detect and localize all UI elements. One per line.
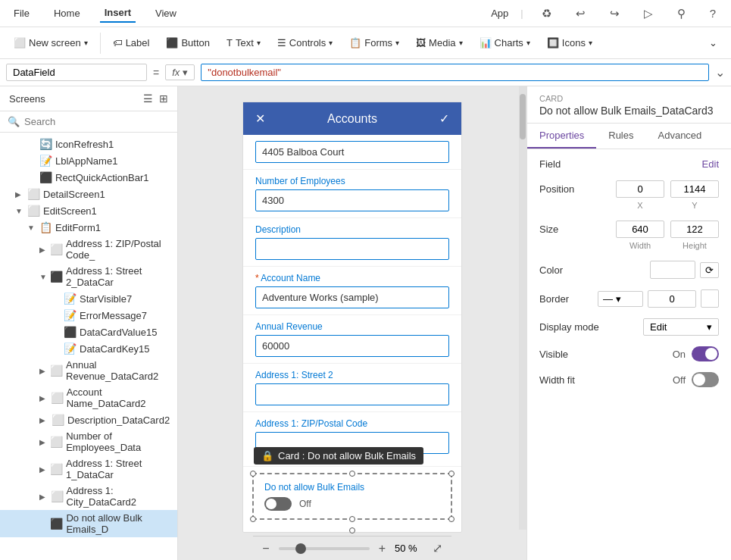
button-label: Button bbox=[181, 37, 210, 48]
border-label: Border bbox=[539, 293, 569, 305]
button-button[interactable]: ⬛ Button bbox=[158, 34, 217, 52]
refresh-icon[interactable]: ♻ bbox=[536, 4, 558, 23]
tree-item-starvisible7[interactable]: 📝 StarVisible7 bbox=[0, 290, 177, 307]
search-input[interactable] bbox=[24, 116, 170, 127]
forms-button[interactable]: 📋 Forms ▾ bbox=[342, 34, 407, 52]
position-labels: X Y bbox=[539, 201, 719, 210]
tab-properties[interactable]: Properties bbox=[527, 124, 596, 149]
sel-dot-tm bbox=[349, 471, 355, 477]
tree-item-iconrefresh1[interactable]: 🔄 IconRefresh1 bbox=[0, 136, 177, 152]
numemployees-input[interactable] bbox=[255, 189, 449, 211]
tree-item-addresszip[interactable]: ▶ ⬜ Address 1: ZIP/Postal Code_ bbox=[0, 236, 177, 263]
form-close-button[interactable]: ✕ bbox=[255, 111, 265, 126]
controls-button[interactable]: ☰ Controls ▾ bbox=[270, 34, 340, 52]
zoom-out-button[interactable]: − bbox=[262, 542, 269, 555]
border-row: Border — ▾ bbox=[539, 289, 719, 308]
description-input[interactable] bbox=[255, 238, 449, 260]
list-view-icon[interactable]: ☰ bbox=[143, 92, 153, 105]
accountname-label: Account Name_DataCard2 bbox=[67, 386, 171, 409]
tree-item-annualrevenue[interactable]: ▶ ⬜ Annual Revenue_DataCard2 bbox=[0, 357, 177, 384]
border-style-dropdown[interactable]: — ▾ bbox=[598, 291, 643, 307]
icons-icon: 🔲 bbox=[547, 37, 559, 48]
tree-item-accountname[interactable]: ▶ ⬜ Account Name_DataCard2 bbox=[0, 384, 177, 411]
expand-button[interactable]: ⤢ bbox=[433, 541, 442, 555]
fx-button[interactable]: fx ▾ bbox=[165, 64, 195, 80]
position-y-input[interactable] bbox=[670, 180, 719, 198]
tab-rules[interactable]: Rules bbox=[596, 124, 645, 149]
help-icon[interactable]: ? bbox=[704, 4, 722, 23]
user-icon[interactable]: ⚲ bbox=[671, 4, 692, 23]
main-area: Screens ☰ ⊞ 🔍 🔄 IconRefresh1 📝 LblAppNam… bbox=[0, 86, 731, 560]
tab-advanced[interactable]: Advanced bbox=[646, 124, 714, 149]
tree-item-errormessage7[interactable]: 📝 ErrorMessage7 bbox=[0, 307, 177, 324]
media-button[interactable]: 🖼 Media ▾ bbox=[408, 34, 470, 52]
charts-button[interactable]: 📊 Charts ▾ bbox=[472, 34, 538, 52]
text-button[interactable]: T Text ▾ bbox=[219, 34, 268, 52]
grid-view-icon[interactable]: ⊞ bbox=[159, 92, 168, 105]
tree-item-address1street1[interactable]: ▶ ⬜ Address 1: Street 1_DataCar bbox=[0, 455, 177, 483]
new-screen-label: New screen bbox=[29, 37, 81, 48]
scroll-bar[interactable] bbox=[519, 86, 526, 530]
errormessage7-label: ErrorMessage7 bbox=[80, 310, 147, 321]
tree-item-address1city[interactable]: ▶ ⬜ Address 1: City_DataCard2 bbox=[0, 483, 177, 510]
label-button[interactable]: 🏷 Label bbox=[105, 34, 158, 52]
toggle-knob bbox=[266, 499, 276, 509]
tree-item-donotallowbulk[interactable]: ⬛ Do not allow Bulk Emails_D bbox=[0, 510, 177, 537]
field-name-input[interactable] bbox=[6, 64, 147, 81]
tree-item-lblappname1[interactable]: 📝 LblAppName1 bbox=[0, 152, 177, 169]
widthfit-toggle[interactable] bbox=[692, 372, 719, 387]
position-x-input[interactable] bbox=[616, 180, 664, 198]
border-width-input[interactable] bbox=[648, 290, 696, 308]
canvas-scroll: ✕ Accounts ✓ Number of Employees Descrip… bbox=[178, 86, 526, 536]
scroll-thumb[interactable] bbox=[520, 94, 526, 139]
size-height-input[interactable] bbox=[670, 221, 719, 238]
new-screen-button[interactable]: ⬜ New screen ▾ bbox=[6, 34, 95, 52]
undo-icon[interactable]: ↩ bbox=[570, 4, 592, 23]
size-width-input[interactable] bbox=[616, 221, 664, 238]
tree-item-datacardkey15[interactable]: 📝 DataCardKey15 bbox=[0, 340, 177, 357]
rectquick-icon: ⬛ bbox=[39, 171, 52, 183]
address-input[interactable] bbox=[255, 141, 449, 163]
play-icon[interactable]: ▷ bbox=[638, 4, 659, 23]
formula-expand-icon[interactable]: ⌄ bbox=[715, 65, 725, 80]
menu-file[interactable]: File bbox=[9, 5, 34, 22]
tree-item-description[interactable]: ▶ ⬜ Description_DataCard2 bbox=[0, 411, 177, 428]
menu-insert[interactable]: Insert bbox=[100, 4, 136, 23]
visible-toggle[interactable] bbox=[692, 346, 719, 361]
tree-item-numemployees[interactable]: ▶ ⬜ Number of Employees_Data bbox=[0, 428, 177, 455]
tree-item-address2[interactable]: ▼ ⬛ Address 1: Street 2_DataCar bbox=[0, 263, 177, 290]
displaymode-dropdown[interactable]: Edit ▾ bbox=[643, 318, 719, 336]
menu-view[interactable]: View bbox=[151, 5, 181, 22]
border-line-display: — bbox=[603, 293, 613, 305]
field-edit-link[interactable]: Edit bbox=[702, 158, 719, 170]
media-caret: ▾ bbox=[459, 39, 463, 47]
more-button[interactable]: ⌄ bbox=[701, 34, 725, 52]
form-field-address bbox=[243, 135, 461, 170]
redo-icon[interactable]: ↪ bbox=[604, 4, 626, 23]
tree-item-datacardvalue15[interactable]: ⬛ DataCardValue15 bbox=[0, 324, 177, 340]
annualrevenue-input[interactable] bbox=[255, 335, 449, 357]
toggle-row: Off bbox=[264, 497, 440, 511]
button-icon: ⬛ bbox=[166, 37, 178, 48]
tree-item-editscreen1[interactable]: ▼ ⬜ EditScreen1 bbox=[0, 202, 177, 219]
menu-home[interactable]: Home bbox=[49, 5, 85, 22]
accountname-input[interactable] bbox=[255, 286, 449, 308]
form-check-button[interactable]: ✓ bbox=[439, 111, 449, 126]
color-box[interactable] bbox=[650, 261, 695, 279]
numempl-icon: ⬜ bbox=[50, 436, 63, 448]
tree-item-rectquickaction[interactable]: ⬛ RectQuickActionBar1 bbox=[0, 169, 177, 186]
bulk-email-toggle[interactable] bbox=[264, 497, 292, 511]
zoom-slider[interactable] bbox=[279, 547, 370, 550]
tree-item-detailscreen1[interactable]: ▶ ⬜ DetailScreen1 bbox=[0, 186, 177, 202]
label-label: Label bbox=[126, 37, 150, 48]
color-picker-button[interactable]: ⟳ bbox=[700, 262, 719, 278]
tree-item-editform1[interactable]: ▼ 📋 EditForm1 bbox=[0, 219, 177, 236]
formula-input[interactable] bbox=[201, 64, 709, 81]
street2-input[interactable] bbox=[255, 383, 449, 405]
right-panel: CARD Do not allow Bulk Emails_DataCard3 … bbox=[526, 86, 731, 560]
controls-caret: ▾ bbox=[329, 39, 333, 47]
icons-button[interactable]: 🔲 Icons ▾ bbox=[539, 34, 600, 52]
zoom-in-button[interactable]: + bbox=[379, 542, 386, 555]
editform-icon: 📋 bbox=[39, 221, 52, 233]
border-color-box[interactable] bbox=[701, 289, 719, 308]
